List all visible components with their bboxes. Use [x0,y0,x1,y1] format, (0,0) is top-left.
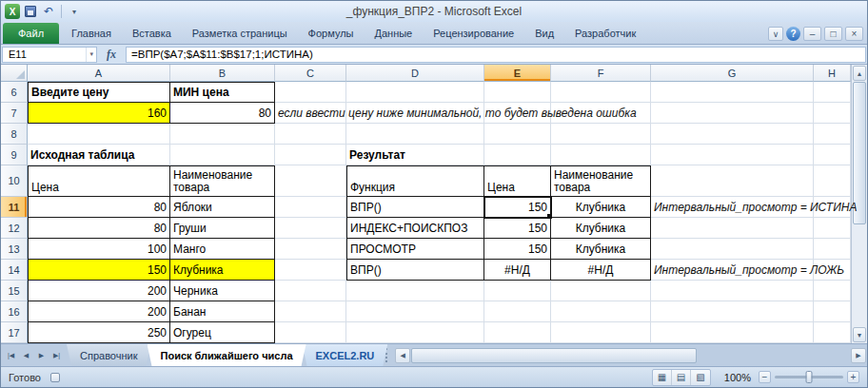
scroll-up-icon[interactable]: ▲ [853,66,866,81]
expand-ribbon-icon[interactable]: ∨ [768,27,783,41]
cell[interactable] [551,281,651,301]
cell[interactable] [814,301,851,322]
cell[interactable] [28,124,170,145]
cell[interactable] [551,82,651,103]
cell[interactable] [814,239,851,260]
select-all-corner[interactable] [1,65,28,82]
tab-view[interactable]: Вид [524,23,564,44]
cell[interactable] [814,322,851,343]
cell-D13[interactable]: ПРОСМОТР [346,239,484,260]
zoom-slider-track[interactable] [775,376,843,378]
cell[interactable] [346,322,484,343]
cell[interactable] [651,322,814,343]
insert-function-icon[interactable]: fx [97,47,126,63]
cell-B15[interactable]: Черника [170,281,275,301]
cell-B6[interactable]: МИН цена [170,82,275,103]
qat-customize-dropdown-icon[interactable]: ▾ [67,4,82,19]
tab-insert[interactable]: Вставка [122,23,182,44]
cell[interactable] [275,197,346,218]
cell-B12[interactable]: Груши [170,218,275,239]
column-header-h[interactable]: H [814,65,851,82]
normal-view-icon[interactable]: ▦ [653,370,672,385]
formula-input[interactable]: =ВПР($A7;$A$11:$B$17;1;ИСТИНА) [126,47,866,63]
cell[interactable] [814,82,851,103]
cell[interactable] [651,82,814,103]
cell-B17[interactable]: Огурец [170,322,275,343]
cell[interactable] [814,165,851,197]
cell-E10[interactable]: Цена [484,165,551,197]
cell-B16[interactable]: Банан [170,301,275,322]
cell-A14[interactable]: 150 [28,260,170,281]
undo-icon[interactable]: ↶ [41,4,56,19]
restore-window-button[interactable]: □ [824,27,842,41]
column-header-e-selected[interactable]: E [484,65,551,82]
cell[interactable] [551,322,651,343]
cell-F10[interactable]: Наименование товара [551,165,651,197]
prev-sheet-icon[interactable]: ◀ [19,348,33,363]
cell[interactable] [484,322,551,343]
row-header-6[interactable]: 6 [1,82,28,103]
column-header-f[interactable]: F [551,65,651,82]
cell[interactable] [814,281,851,301]
cell[interactable] [275,124,346,145]
column-header-b[interactable]: B [170,65,275,82]
cell[interactable] [814,145,851,165]
cell[interactable] [170,145,275,165]
cell[interactable] [651,218,814,239]
cell[interactable] [551,145,651,165]
cell[interactable] [551,301,651,322]
row-header-15[interactable]: 15 [1,281,28,301]
save-icon[interactable] [23,4,38,19]
cell[interactable] [346,281,484,301]
first-sheet-icon[interactable]: |◀ [4,348,18,363]
cell-A16[interactable]: 200 [28,301,170,322]
zoom-level[interactable]: 100% [719,372,751,383]
cell[interactable] [275,322,346,343]
tab-formulas[interactable]: Формулы [298,23,365,44]
cell-D10[interactable]: Функция [346,165,484,197]
cell-A10[interactable]: Цена [28,165,170,197]
tab-home[interactable]: Главная [61,23,122,44]
cell-C7[interactable]: если ввести цену ниже минимальной, то бу… [275,103,346,124]
cell-F11[interactable]: Клубника [551,197,651,218]
cell-E14[interactable]: #Н/Д [484,260,551,281]
cell[interactable] [651,239,814,260]
last-sheet-icon[interactable]: ▶| [49,348,64,363]
horizontal-scrollbar-thumb[interactable] [411,348,697,363]
tab-split-handle[interactable] [385,348,392,362]
tab-review[interactable]: Рецензирование [423,23,524,44]
name-box[interactable]: E11 ▾ [2,47,97,63]
cell-D12[interactable]: ИНДЕКС+ПОИСКПОЗ [346,218,484,239]
minimize-window-button[interactable]: – [803,27,821,41]
cell-D11[interactable]: ВПР() [346,197,484,218]
cell[interactable] [814,103,851,124]
cell-A9[interactable]: Исходная таблица [28,145,170,165]
cell[interactable] [275,165,346,197]
cell-A15[interactable]: 200 [28,281,170,301]
cell[interactable] [651,301,814,322]
row-header-8[interactable]: 8 [1,124,28,145]
cell-D14[interactable]: ВПР() [346,260,484,281]
column-header-c[interactable]: C [275,65,346,82]
cell-F12[interactable]: Клубника [551,218,651,239]
cell[interactable] [651,165,814,197]
cell-E12[interactable]: 150 [484,218,551,239]
row-header-10[interactable]: 10 [1,165,28,197]
cell-G11[interactable]: Интервальный_просмотр = ИСТИНА [651,197,814,218]
scroll-down-icon[interactable]: ▼ [853,327,866,342]
row-header-17[interactable]: 17 [1,322,28,343]
cell[interactable] [651,281,814,301]
name-box-dropdown-icon[interactable]: ▾ [86,48,96,62]
vertical-scrollbar-track[interactable] [852,224,867,326]
cell-B13[interactable]: Манго [170,239,275,260]
cell[interactable] [484,301,551,322]
cell-B7[interactable]: 80 [170,103,275,124]
close-window-button[interactable]: × [845,27,863,41]
column-header-d[interactable]: D [346,65,484,82]
cell[interactable] [484,145,551,165]
cell[interactable] [814,218,851,239]
row-header-13[interactable]: 13 [1,239,28,260]
column-header-g[interactable]: G [651,65,814,82]
cell[interactable] [814,124,851,145]
cell-F13[interactable]: Клубника [551,239,651,260]
